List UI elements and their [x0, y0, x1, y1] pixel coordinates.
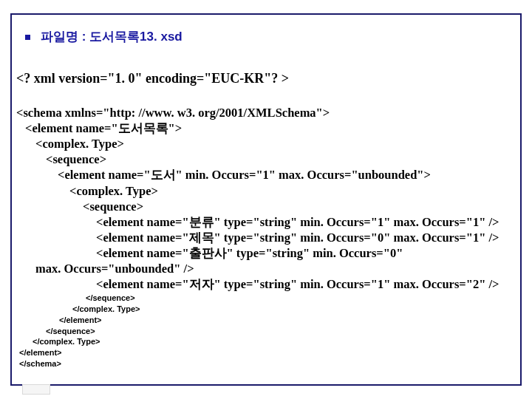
bullet-icon [25, 35, 30, 40]
code-line: <element name="도서목록"> [16, 120, 517, 136]
slide-title: 파일명 : 도서목록13. xsd [41, 30, 183, 44]
code-line: </sequence> [16, 293, 140, 304]
code-line: <schema xmlns="http: //www. w3. org/2001… [16, 105, 517, 120]
code-line: <sequence> [16, 199, 517, 214]
code-line: </complex. Type> [16, 304, 140, 315]
code-line: </schema> [16, 358, 140, 369]
code-line: <element name="출판사" type="string" min. O… [16, 245, 517, 261]
code-line: <sequence> [16, 151, 517, 167]
code-line: <element name="저자" type="string" min. Oc… [16, 276, 517, 292]
page-number-placeholder [22, 384, 50, 395]
code-line: max. Occurs="unbounded" /> [16, 261, 517, 276]
schema-code: <schema xmlns="http: //www. w3. org/2001… [16, 105, 517, 292]
code-line: </complex. Type> [16, 336, 140, 347]
code-line: <element name="분류" type="string" min. Oc… [16, 214, 517, 230]
code-line: <complex. Type> [16, 136, 517, 151]
code-line: <element name="제목" type="string" min. Oc… [16, 230, 517, 245]
code-line: </element> [16, 315, 140, 326]
xml-declaration: <? xml version="1. 0" encoding="EUC-KR"?… [16, 71, 289, 86]
closing-code: </sequence> </complex. Type> </element> … [16, 293, 140, 369]
code-line: </element> [16, 347, 140, 358]
code-line: <complex. Type> [16, 183, 517, 199]
code-line: <element name="도서" min. Occurs="1" max. … [16, 167, 517, 183]
slide: 파일명 : 도서목록13. xsd <? xml version="1. 0" … [0, 0, 532, 399]
code-line: </sequence> [16, 326, 140, 337]
slide-title-row: 파일명 : 도서목록13. xsd [25, 28, 510, 45]
